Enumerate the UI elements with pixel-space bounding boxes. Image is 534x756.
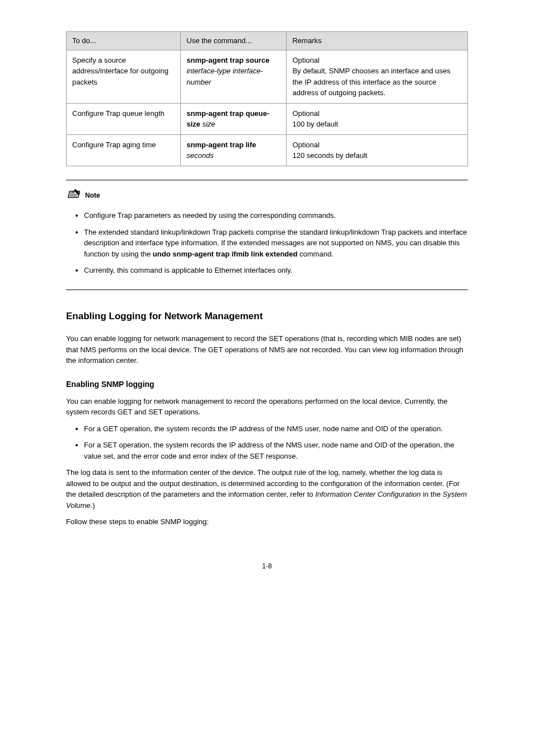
ref-title: Information Center Configuration [315, 490, 421, 498]
cell-command: snmp-agent trap source interface-type in… [181, 50, 287, 103]
cell-todo: Configure Trap aging time [67, 134, 181, 166]
cell-command: snmp-agent trap life seconds [181, 134, 287, 166]
cmd-text: snmp-agent trap life [186, 141, 256, 149]
cmd-text: snmp-agent trap source [186, 56, 269, 64]
note-text: command. [297, 250, 333, 258]
cmd-text: snmp-agent trap queue-size [186, 109, 269, 129]
col-header-todo: To do... [67, 32, 181, 50]
cell-command: snmp-agent trap queue-size size [181, 103, 287, 134]
cmd-arg: seconds [186, 151, 213, 160]
table-header-row: To do... Use the command... Remarks [67, 32, 468, 50]
list-item: For a SET operation, the system records … [84, 440, 468, 461]
command-table: To do... Use the command... Remarks Spec… [66, 31, 468, 166]
note-header: Note [66, 188, 468, 204]
subsection-title: Enabling SNMP logging [66, 379, 468, 390]
cell-todo: Specify a source address/interface for o… [67, 50, 181, 103]
cell-remarks: Optional By default, SNMP chooses an int… [287, 50, 468, 103]
note-item: Configure Trap parameters as needed by u… [84, 210, 468, 221]
note-cmd: undo snmp-agent trap ifmib link extended [153, 250, 298, 258]
note-icon [66, 188, 82, 204]
cell-todo: Configure Trap queue length [67, 103, 181, 134]
body-paragraph: You can enable logging for network manag… [66, 396, 468, 418]
table-caption: Follow these steps to enable SNMP loggin… [66, 516, 468, 528]
section-title: Enabling Logging for Network Management [66, 309, 468, 324]
cell-remarks: Optional 100 by default [287, 103, 468, 134]
cmd-arg: interface-type interface-number [186, 67, 263, 86]
body-paragraph: The log data is sent to the information … [66, 467, 468, 511]
note-block: Note Configure Trap parameters as needed… [66, 180, 468, 290]
table-row: Configure Trap aging time snmp-agent tra… [67, 134, 468, 166]
page-number: 1-8 [66, 561, 468, 571]
cell-remarks: Optional 120 seconds by default [287, 134, 468, 166]
table-row: Specify a source address/interface for o… [67, 50, 468, 103]
note-item: The extended standard linkup/linkdown Tr… [84, 227, 468, 260]
note-label: Note [85, 190, 100, 200]
cmd-arg: size [202, 120, 215, 128]
op-list: For a GET operation, the system records … [66, 423, 468, 462]
list-item: For a GET operation, the system records … [84, 423, 468, 435]
col-header-remarks: Remarks [287, 32, 468, 50]
intro-paragraph: You can enable logging for network manag… [66, 333, 468, 366]
note-item: Currently, this command is applicable to… [84, 265, 468, 276]
table-row: Configure Trap queue length snmp-agent t… [67, 103, 468, 134]
para-text: .) [91, 501, 95, 510]
para-text: in the [421, 490, 443, 498]
note-list: Configure Trap parameters as needed by u… [66, 210, 468, 276]
col-header-command: Use the command... [181, 32, 287, 50]
